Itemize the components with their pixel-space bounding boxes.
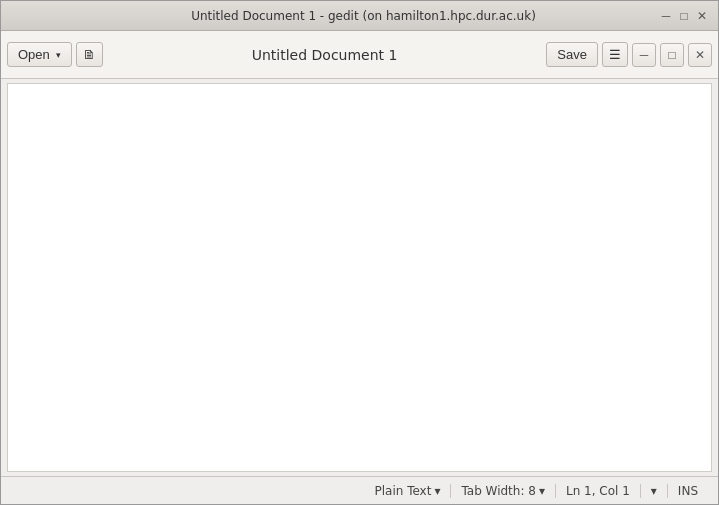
title-bar-controls: ─ □ ✕ — [658, 8, 710, 24]
cursor-position-dropdown[interactable]: ▾ — [641, 484, 668, 498]
document-title: Untitled Document 1 — [107, 47, 543, 63]
new-document-button[interactable]: 🗎 — [76, 42, 103, 67]
minimize-button[interactable]: ─ — [658, 8, 674, 24]
close-button[interactable]: ✕ — [694, 8, 710, 24]
cursor-dropdown-icon: ▾ — [651, 484, 657, 498]
tab-width-label: Tab Width: 8 — [461, 484, 535, 498]
file-type-dropdown-icon: ▾ — [434, 484, 440, 498]
hamburger-menu-button[interactable]: ☰ — [602, 42, 628, 67]
toolbar-maximize-button[interactable]: □ — [660, 43, 684, 67]
tab-width-dropdown-icon: ▾ — [539, 484, 545, 498]
cursor-position-section: Ln 1, Col 1 — [556, 484, 641, 498]
save-button[interactable]: Save — [546, 42, 598, 67]
save-button-label: Save — [557, 47, 587, 62]
toolbar-minimize-button[interactable]: ─ — [632, 43, 656, 67]
insert-mode-section: INS — [668, 484, 708, 498]
tab-width-section[interactable]: Tab Width: 8 ▾ — [451, 484, 556, 498]
file-type-label: Plain Text — [374, 484, 431, 498]
open-button-label: Open — [18, 47, 50, 62]
text-editor[interactable] — [8, 84, 711, 471]
open-dropdown-icon: ▾ — [56, 50, 61, 60]
status-bar: Plain Text ▾ Tab Width: 8 ▾ Ln 1, Col 1 … — [1, 476, 718, 504]
maximize-button[interactable]: □ — [676, 8, 692, 24]
window-title: Untitled Document 1 - gedit (on hamilton… — [69, 9, 658, 23]
application-window: Untitled Document 1 - gedit (on hamilton… — [0, 0, 719, 505]
hamburger-icon: ☰ — [609, 47, 621, 62]
editor-area — [7, 83, 712, 472]
file-type-section[interactable]: Plain Text ▾ — [364, 484, 451, 498]
cursor-position-label: Ln 1, Col 1 — [566, 484, 630, 498]
toolbar-close-button[interactable]: ✕ — [688, 43, 712, 67]
toolbar: Open ▾ 🗎 Untitled Document 1 Save ☰ ─ □ … — [1, 31, 718, 79]
new-doc-icon: 🗎 — [83, 47, 96, 62]
title-bar: Untitled Document 1 - gedit (on hamilton… — [1, 1, 718, 31]
open-button[interactable]: Open ▾ — [7, 42, 72, 67]
insert-mode-label: INS — [678, 484, 698, 498]
